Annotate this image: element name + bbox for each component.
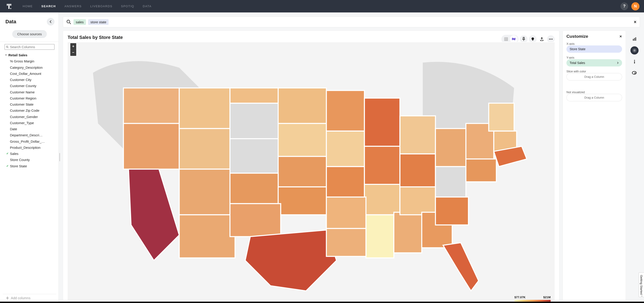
rail-r-analysis-button[interactable]: R [630, 69, 638, 77]
customize-close-button[interactable]: ✕ [619, 34, 622, 38]
column-label: Customer City [10, 77, 32, 82]
svg-point-16 [550, 39, 551, 40]
svg-rect-0 [7, 4, 12, 5]
check-icon: ✔ [6, 152, 8, 156]
svg-rect-36 [326, 167, 364, 197]
column-label: Customer State [10, 102, 34, 107]
nav-spotiq[interactable]: SPOTIQ [121, 4, 134, 8]
chevron-right-icon [617, 62, 619, 64]
search-token-attribute[interactable]: store state [88, 19, 108, 25]
rail-settings-button[interactable] [630, 46, 638, 54]
table-icon [504, 37, 508, 41]
search-columns-input[interactable] [10, 45, 53, 49]
svg-rect-27 [230, 88, 278, 103]
not-visualized-dropzone[interactable]: Drag a Column [566, 94, 622, 101]
svg-rect-38 [364, 146, 400, 184]
column-item[interactable]: Cost_Dollar_Amount [5, 70, 52, 77]
brand-logo[interactable] [4, 2, 14, 11]
svg-rect-53 [489, 103, 514, 131]
add-columns-label: Add columns [11, 296, 30, 300]
svg-rect-39 [364, 184, 400, 215]
column-item[interactable]: Product_Description [5, 144, 52, 150]
svg-rect-49 [436, 167, 466, 197]
column-item[interactable]: Customer_Gender [5, 114, 52, 120]
search-columns-box[interactable] [4, 44, 54, 50]
column-item[interactable]: Customer State [5, 101, 52, 108]
column-item[interactable]: Date [5, 126, 52, 132]
svg-rect-26 [230, 138, 278, 173]
column-item[interactable]: Customer_Type [5, 120, 52, 126]
column-item[interactable]: Category_Description [5, 64, 52, 70]
legend-gradient [514, 300, 550, 302]
column-label: Store County [10, 157, 30, 162]
svg-point-15 [549, 39, 550, 40]
search-bar[interactable]: sales store state ✕ [63, 16, 640, 27]
svg-rect-34 [326, 90, 364, 131]
svg-rect-56 [634, 38, 635, 41]
zoom-in-button[interactable]: + [70, 43, 76, 50]
map-area[interactable]: + − [68, 42, 555, 302]
color-legend: $77.07K $21M [514, 296, 550, 302]
svg-line-7 [70, 23, 71, 24]
column-item[interactable]: % Gross Margin [5, 58, 52, 64]
column-item[interactable]: ✔Sales [5, 150, 52, 157]
column-item[interactable]: Customer City [5, 77, 52, 83]
slice-color-dropzone[interactable]: Drag a Column [566, 73, 622, 80]
column-item[interactable]: Customer Zip Code [5, 108, 52, 114]
svg-text:R: R [634, 72, 636, 74]
help-button[interactable]: ? [620, 2, 628, 10]
data-panel: Data Choose sources Retail Sales % Gross… [0, 12, 59, 302]
svg-rect-24 [179, 215, 235, 258]
column-item[interactable]: Gross_Profit_Dollar_… [5, 138, 52, 144]
svg-rect-30 [278, 156, 326, 187]
datasource-label: Retail Sales [8, 52, 27, 58]
column-item[interactable]: Customer Name [5, 89, 52, 95]
svg-point-3 [10, 8, 11, 9]
column-label: Sales [10, 151, 18, 156]
chevron-left-icon: ‹ [640, 296, 644, 296]
svg-rect-8 [504, 38, 508, 41]
svg-rect-19 [124, 88, 179, 124]
collapse-data-panel-button[interactable] [47, 18, 54, 26]
column-item[interactable]: Customer County [5, 83, 52, 89]
nav-search[interactable]: SEARCH [42, 4, 56, 8]
choose-sources-button[interactable]: Choose sources [12, 30, 46, 38]
svg-rect-31 [230, 173, 278, 204]
rail-info-button[interactable] [630, 58, 638, 66]
search-icon [66, 20, 71, 24]
column-label: Gross_Profit_Dollar_… [10, 139, 45, 144]
clear-search-button[interactable]: ✕ [634, 20, 636, 24]
column-label: Store State [10, 164, 27, 169]
column-label: Cost_Dollar_Amount [10, 71, 41, 76]
getting-started-label: Getting Started [640, 275, 643, 295]
svg-line-5 [8, 47, 8, 48]
datasource-root[interactable]: Retail Sales [5, 52, 56, 58]
svg-rect-37 [364, 98, 400, 146]
nav-answers[interactable]: ANSWERS [64, 4, 82, 8]
y-axis-pill[interactable]: Total Sales [566, 59, 622, 66]
column-item[interactable]: Department_Descri… [5, 132, 52, 138]
column-item[interactable]: Store County [5, 157, 52, 163]
x-axis-pill[interactable]: Store State [566, 46, 622, 53]
svg-rect-23 [179, 169, 233, 215]
zoom-out-button[interactable]: − [70, 50, 76, 56]
add-columns-row[interactable]: Add columns [3, 294, 56, 302]
nav-home[interactable]: HOME [22, 4, 33, 8]
svg-rect-55 [633, 39, 634, 41]
rail-chart-config-button[interactable] [630, 35, 638, 43]
column-label: Customer_Type [10, 120, 34, 126]
share-upload-icon [540, 37, 544, 41]
nav-liveboards[interactable]: LIVEBOARDS [90, 4, 112, 8]
user-avatar[interactable]: N [631, 2, 640, 10]
bar-chart-icon [632, 37, 636, 41]
info-icon [633, 60, 636, 64]
svg-rect-43 [326, 228, 366, 256]
column-item[interactable]: Customer Region [5, 95, 52, 101]
column-label: Product_Description [10, 145, 40, 150]
getting-started-tab[interactable]: Getting Started ‹ [638, 272, 644, 297]
nav-data[interactable]: DATA [143, 4, 152, 8]
svg-point-58 [634, 50, 635, 51]
search-token-measure[interactable]: sales [74, 19, 86, 25]
data-panel-title: Data [6, 19, 16, 25]
column-item[interactable]: ✔Store State [5, 163, 52, 169]
